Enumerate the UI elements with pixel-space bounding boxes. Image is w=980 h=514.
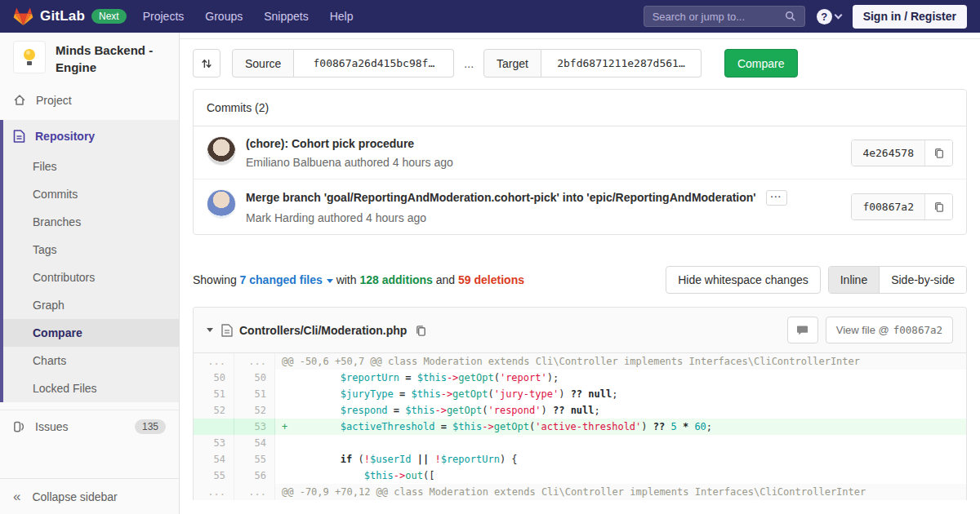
new-line-number[interactable]: ... [234, 353, 275, 370]
new-line-number[interactable]: ... [234, 484, 275, 500]
nav-link-groups[interactable]: Groups [205, 10, 243, 23]
sidebar-item-branches[interactable]: Branches [3, 208, 179, 236]
copy-icon [415, 324, 427, 337]
commit-meta: Mark Harding authored 4 hours ago [246, 211, 851, 224]
toggle-comments-button[interactable] [787, 317, 818, 343]
new-line-number[interactable]: 54 [234, 435, 275, 451]
sidebar-item-graph[interactable]: Graph [3, 291, 179, 319]
diff-hunk-row: ......@@ -50,6 +50,7 @@ class Moderation… [194, 353, 966, 370]
target-label: Target [483, 49, 541, 78]
gitlab-brand[interactable]: GitLab Next [13, 7, 127, 26]
commit-sha-group: f00867a2 [851, 193, 953, 220]
deletions-count: 59 deletions [458, 273, 524, 286]
old-line-number[interactable]: ... [194, 484, 234, 500]
sidebar-item-locked-files[interactable]: Locked Files [3, 374, 179, 402]
range-dots: ... [464, 57, 474, 70]
sidebar-item-project[interactable]: Project [0, 86, 179, 115]
old-line-number[interactable]: 53 [194, 435, 234, 451]
source-ref-input[interactable] [294, 49, 454, 78]
commit-sha[interactable]: f00867a2 [852, 194, 924, 219]
sidebar-item-repository[interactable]: Repository [3, 120, 179, 153]
copy-sha-button[interactable] [924, 194, 952, 219]
sidebar: Minds Backend - Engine Project Repositor… [0, 33, 180, 514]
diff-code-row: 5455 if (!$userId || !$reportUrn) { [194, 451, 966, 467]
avatar[interactable] [207, 189, 236, 219]
sidebar-item-label: Project [36, 94, 72, 107]
sidebar-item-tags[interactable]: Tags [3, 236, 179, 264]
sidebar-item-contributors[interactable]: Contributors [3, 264, 179, 291]
nav-link-snippets[interactable]: Snippets [264, 10, 308, 23]
commit-sha[interactable]: 4e264578 [852, 140, 924, 166]
compare-button[interactable]: Compare [724, 49, 798, 78]
new-line-number[interactable]: 53 [234, 419, 275, 435]
hide-whitespace-button[interactable]: Hide whitespace changes [666, 266, 821, 294]
new-line-number[interactable]: 51 [234, 386, 275, 402]
new-line-number[interactable]: 56 [234, 467, 275, 484]
code-line: $reportUrn = $this->getOpt('report'); [275, 370, 966, 386]
old-line-number[interactable]: 51 [194, 386, 234, 402]
page-content: Source ... Target Compare Commits (2) (c… [180, 39, 980, 500]
old-line-number[interactable] [194, 419, 234, 435]
diff-file-name[interactable]: Controllers/Cli/Moderation.php [239, 324, 407, 337]
old-line-number[interactable]: 55 [194, 467, 234, 484]
diff-code-row: 5252 $respond = $this->getOpt('respond')… [194, 402, 966, 419]
old-line-number[interactable]: 50 [194, 370, 234, 386]
project-avatar [13, 41, 46, 73]
commits-panel: Commits (2) (chore): Cohort pick procedu… [193, 89, 967, 235]
project-header[interactable]: Minds Backend - Engine [0, 33, 179, 86]
sidebar-item-commits[interactable]: Commits [3, 180, 179, 208]
view-file-button[interactable]: View file @ f00867a2 [826, 317, 953, 343]
commit-title[interactable]: (chore): Cohort pick procedure [246, 137, 414, 150]
chevron-down-icon [834, 11, 842, 20]
sidebar-item-charts[interactable]: Charts [3, 347, 179, 374]
swap-icon [201, 58, 212, 69]
file-icon [221, 324, 233, 337]
comment-bubble-icon [796, 325, 808, 336]
repository-subnav: Files Commits Branches Tags Contributors… [3, 153, 179, 402]
old-line-number[interactable]: ... [194, 353, 234, 370]
repository-label: Repository [35, 130, 95, 143]
diff-summary-bar: Showing 7 changed files with 128 additio… [193, 266, 967, 294]
search-placeholder: Search or jump to... [653, 11, 785, 23]
nav-link-projects[interactable]: Projects [143, 10, 185, 23]
sidebar-item-issues[interactable]: Issues 135 [0, 410, 179, 443]
target-ref-input[interactable] [541, 49, 702, 78]
old-line-number[interactable]: 52 [194, 402, 234, 419]
inline-view-button[interactable]: Inline [829, 267, 879, 293]
search-icon [785, 11, 796, 22]
code-line: if (!$userId || !$reportUrn) { [275, 451, 966, 467]
diff-file-header: Controllers/Cli/Moderation.php View fil [194, 308, 966, 353]
new-line-number[interactable]: 55 [234, 451, 275, 467]
sign-in-register-button[interactable]: Sign in / Register [853, 5, 967, 29]
side-by-side-view-button[interactable]: Side-by-side [879, 267, 966, 293]
collapse-sidebar-button[interactable]: « Collapse sidebar [0, 478, 179, 514]
diff-code-row: 5151 $juryType = $this->getOpt('jury-typ… [194, 386, 966, 402]
avatar[interactable] [207, 136, 236, 166]
old-line-number[interactable]: 54 [194, 451, 234, 467]
sidebar-item-compare[interactable]: Compare [3, 319, 179, 347]
diff-file-panel: Controllers/Cli/Moderation.php View fil [193, 307, 967, 500]
copy-sha-button[interactable] [924, 140, 952, 166]
commit-title[interactable]: Merge branch 'goal/ReportingAndModeratio… [246, 191, 756, 204]
diff-table: ......@@ -50,6 +50,7 @@ class Moderation… [194, 353, 966, 500]
issues-count-badge: 135 [135, 419, 166, 434]
copy-file-path-button[interactable] [415, 324, 427, 337]
help-menu[interactable]: ? [817, 9, 841, 24]
new-line-number[interactable]: 50 [234, 370, 275, 386]
summary-mid: with [336, 273, 357, 286]
additions-count: 128 additions [359, 273, 432, 286]
target-input-group: Target [483, 49, 702, 78]
changed-files-dropdown[interactable]: 7 changed files [240, 273, 333, 286]
new-line-number[interactable]: 52 [234, 402, 275, 419]
sidebar-item-files[interactable]: Files [3, 153, 179, 180]
diff-code-row: 5354 [194, 435, 966, 451]
issues-icon [13, 420, 25, 433]
search-input[interactable]: Search or jump to... [644, 6, 805, 27]
nav-link-help[interactable]: Help [330, 10, 354, 23]
collapse-file-caret-icon[interactable] [207, 328, 213, 332]
diff-code-row: 5556 $this->out([ [194, 467, 966, 484]
expand-commit-message-button[interactable]: ··· [766, 190, 787, 206]
commits-header: Commits (2) [194, 90, 966, 126]
commit-sha-group: 4e264578 [851, 140, 953, 166]
swap-revisions-button[interactable] [193, 49, 220, 78]
